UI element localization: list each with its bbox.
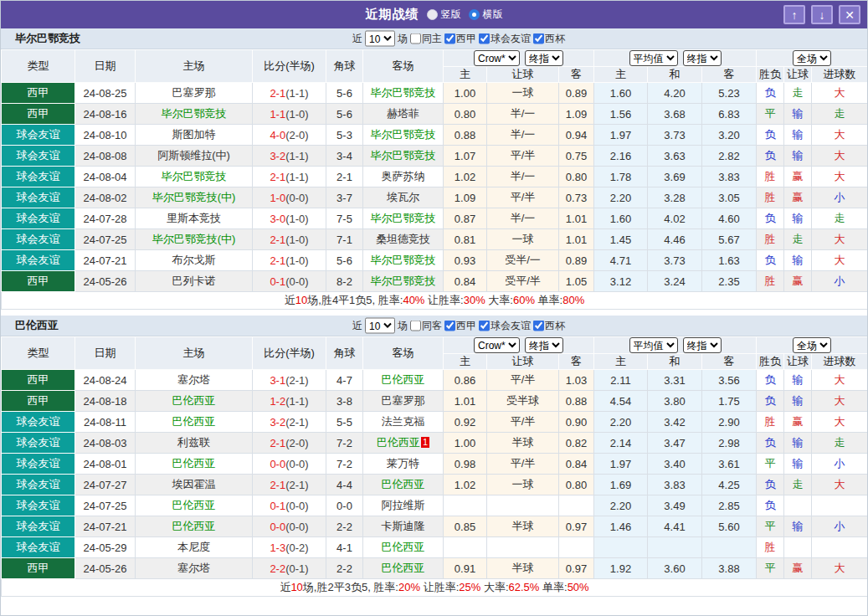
same-venue-checkbox[interactable] <box>410 321 421 331</box>
full-time-score: 0-0 <box>270 458 285 470</box>
horizontal-radio[interactable] <box>469 9 480 20</box>
avg-odds-time-select[interactable]: 终指 <box>683 50 722 66</box>
layout-horizontal-option[interactable]: 横版 <box>469 8 503 22</box>
result-goals: 大 <box>812 167 868 187</box>
match-count-select[interactable]: 10 <box>365 31 395 47</box>
odds-time-select[interactable]: 终指 <box>525 50 563 66</box>
scope-group: 全场 <box>757 50 868 67</box>
handicap-line: 平/半 <box>487 187 559 208</box>
layout-vertical-option[interactable]: 竖版 <box>427 8 461 22</box>
col-let-goal: 让球 <box>784 354 812 370</box>
avg-home-odds: 3.12 <box>594 271 648 292</box>
team-name-title: 巴伦西亚 <box>15 318 59 333</box>
avg-draw-odds: 4.20 <box>648 83 702 104</box>
result-goals <box>812 495 868 516</box>
handicap-away-odds <box>559 537 594 558</box>
col-type: 类型 <box>2 337 75 370</box>
corners-cell: 5-6 <box>326 104 363 125</box>
avg-draw-odds: 3.73 <box>648 250 702 271</box>
league-filter-cup[interactable]: 西杯 <box>533 319 565 333</box>
away-team-cell: 巴伦西亚1 <box>363 433 444 454</box>
cup-checkbox[interactable] <box>533 33 544 44</box>
match-row: 球会友谊24-08-08阿斯顿维拉(中)3-2(1-1)3-4毕尔巴鄂竞技1.0… <box>2 146 868 167</box>
col-avg-home: 主 <box>594 67 648 83</box>
result-handicap: 走 <box>784 83 812 104</box>
home-team-cell: 毕尔巴鄂竞技(中) <box>136 187 253 208</box>
team-name: 斯图加特 <box>172 128 216 141</box>
full-time-score: 3-2 <box>270 150 285 162</box>
away-team-cell: 巴伦西亚 <box>363 558 444 579</box>
score-cell: 1-2(1-1) <box>253 391 326 412</box>
move-up-button[interactable]: ↑ <box>783 5 805 24</box>
corners-cell: 8-2 <box>326 271 363 292</box>
titlebar: 近期战绩 竖版 横版 ↑ ↓ ✕ <box>1 1 867 28</box>
scope-select[interactable]: 全场 <box>793 50 831 66</box>
result-handicap: 赢 <box>784 167 812 187</box>
summary-stat-label: 大率: <box>485 294 513 306</box>
same-venue-filter[interactable]: 同主 <box>410 32 442 46</box>
friendly-checkbox[interactable] <box>479 33 490 44</box>
team-name: 里斯本竞技 <box>167 212 221 224</box>
half-time-score: (0-0) <box>285 192 308 204</box>
average-select[interactable]: 平均值 <box>629 337 678 353</box>
col-avg-home: 主 <box>594 354 648 370</box>
handicap-away-odds: 0.80 <box>559 475 594 495</box>
result-handicap: 赢 <box>784 271 812 292</box>
handicap-line: 半球 <box>487 516 559 537</box>
average-select[interactable]: 平均值 <box>629 50 678 66</box>
result-wdl: 胜 <box>757 271 784 292</box>
match-count-select[interactable]: 10 <box>365 318 395 334</box>
home-team-cell: 巴塞罗那 <box>136 83 253 104</box>
away-team-cell: 巴伦西亚 <box>363 537 444 558</box>
result-wdl: 胜 <box>757 412 784 433</box>
full-time-score: 2-1 <box>270 479 285 491</box>
league-filter-cup[interactable]: 西杯 <box>533 32 565 46</box>
match-row: 球会友谊24-07-21巴伦西亚0-0(0-0)2-2卡斯迪隆0.85半球0.9… <box>2 516 868 537</box>
score-cell: 0-1(0-0) <box>253 495 326 516</box>
avg-draw-odds: 3.69 <box>648 167 702 187</box>
summary-stat-value: 20% <box>398 581 420 593</box>
full-time-score: 2-1 <box>270 254 285 267</box>
avg-odds-time-select[interactable]: 终指 <box>683 337 722 353</box>
move-down-button[interactable]: ↓ <box>811 5 833 24</box>
result-wdl: 负 <box>757 250 784 271</box>
bookmaker-group: Crow*终指 <box>444 337 594 354</box>
team-name: 毕尔巴鄂竞技 <box>162 107 227 120</box>
same-venue-filter[interactable]: 同客 <box>410 319 442 333</box>
match-row: 西甲24-08-25巴塞罗那2-1(1-1)5-6毕尔巴鄂竞技1.00一球0.8… <box>2 83 868 104</box>
league-filter-laliga[interactable]: 西甲 <box>444 319 476 333</box>
half-time-score: (0-2) <box>285 542 308 554</box>
handicap-home-odds: 0.87 <box>444 208 487 229</box>
laliga-checkbox[interactable] <box>444 321 455 331</box>
friendly-checkbox[interactable] <box>479 321 490 331</box>
team-name: 毕尔巴鄂竞技 <box>162 170 227 182</box>
summary-stat-label: 近 <box>285 294 295 306</box>
team-name: 毕尔巴鄂竞技(中) <box>152 191 236 203</box>
handicap-away-odds: 0.94 <box>559 125 594 146</box>
handicap-line: 一球 <box>487 229 559 250</box>
league-filter-friendly[interactable]: 球会友谊 <box>479 319 531 333</box>
scope-select[interactable]: 全场 <box>793 337 831 353</box>
league-type-cell: 球会友谊 <box>2 146 75 167</box>
team-name: 毕尔巴鄂竞技 <box>371 212 436 224</box>
same-venue-checkbox[interactable] <box>410 33 421 44</box>
laliga-checkbox[interactable] <box>444 33 455 44</box>
team-name: 巴伦西亚 <box>172 415 216 428</box>
close-button[interactable]: ✕ <box>839 5 860 24</box>
avg-home-odds: 2.16 <box>594 146 648 167</box>
vertical-radio[interactable] <box>427 9 438 20</box>
cup-checkbox[interactable] <box>533 321 544 331</box>
league-filter-laliga[interactable]: 西甲 <box>444 32 476 46</box>
match-row: 西甲24-08-18巴伦西亚1-2(1-1)3-8巴塞罗那1.01受半球0.88… <box>2 391 868 412</box>
home-team-cell: 布尔戈斯 <box>136 250 253 271</box>
avg-draw-odds: 3.73 <box>648 125 702 146</box>
bookmaker-select[interactable]: Crow* <box>474 337 520 353</box>
odds-time-select[interactable]: 终指 <box>525 337 563 353</box>
half-time-score: (2-1) <box>285 374 308 387</box>
bookmaker-select[interactable]: Crow* <box>474 50 520 66</box>
summary-stat-value: 80% <box>562 294 584 306</box>
score-cell: 2-1(2-0) <box>253 433 326 454</box>
corners-cell: 7-2 <box>326 433 363 454</box>
league-filter-friendly[interactable]: 球会友谊 <box>479 32 531 46</box>
summary-stat-label: 让胜率: <box>424 294 463 306</box>
